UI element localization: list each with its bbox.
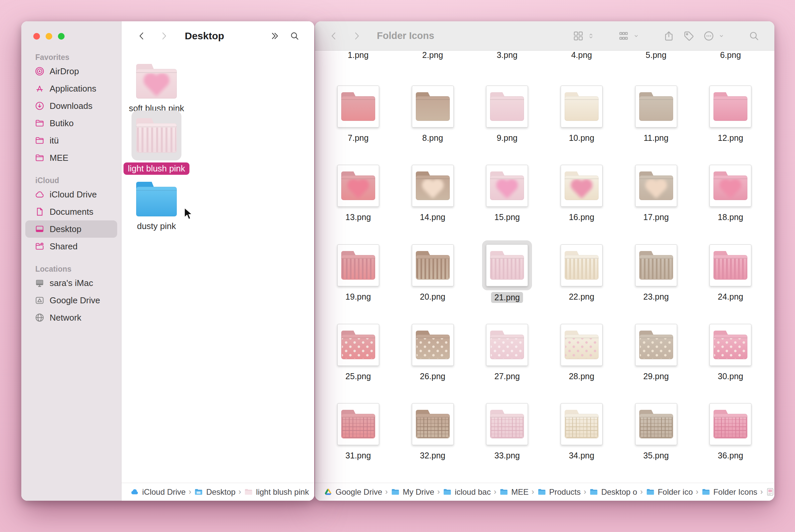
grid-item-25.png[interactable]: 25.png [321, 320, 396, 381]
breadcrumb-light-blush-pink[interactable]: light blush pink [244, 488, 309, 497]
icon-wrap [333, 399, 383, 449]
grid-item-27.png[interactable]: 27.png [470, 320, 544, 381]
grid-item-6.png[interactable]: 6.png [693, 51, 768, 61]
icon-wrap [631, 240, 681, 290]
grid-item-14.png[interactable]: 14.png [396, 161, 470, 222]
grid-item-2.png[interactable]: 2.png [396, 51, 470, 61]
desktop-item-dusty-pink[interactable]: dusty pink [123, 174, 190, 231]
grid-item-28.png[interactable]: 28.png [544, 320, 619, 381]
grid-item-15.png[interactable]: 15.png [470, 161, 544, 222]
grid-item-4.png[interactable]: 4.png [544, 51, 619, 61]
file-label: 12.png [718, 133, 743, 143]
grid-item-8.png[interactable]: 8.png [396, 81, 470, 143]
file-label: 17.png [643, 212, 668, 222]
sidebar-item-airdrop[interactable]: AirDrop [25, 62, 117, 80]
sidebar-item-icloud-drive[interactable]: iCloud Drive [25, 186, 117, 203]
tag-button[interactable] [683, 30, 695, 42]
share-button[interactable] [663, 30, 675, 42]
grid-item-9.png[interactable]: 9.png [470, 81, 544, 143]
breadcrumb-mee[interactable]: MEE [499, 488, 529, 497]
png-thumbnail [709, 324, 751, 366]
desktop-item-light-blush-pink[interactable]: light blush pink [123, 111, 190, 175]
grid-item-22.png[interactable]: 22.png [544, 240, 619, 303]
grid-item-18.png[interactable]: 18.png [693, 161, 768, 222]
grid-item-17.png[interactable]: 17.png [619, 161, 694, 222]
grid-item-34.png[interactable]: 34.png [544, 399, 619, 460]
grid-item-1.png[interactable]: 1.png [321, 51, 396, 61]
selected-icon-highlight [482, 240, 532, 290]
sidebar-item-shared[interactable]: Shared [25, 238, 117, 255]
sidebar-item-network[interactable]: Network [25, 309, 117, 326]
breadcrumb-products[interactable]: Products [537, 488, 581, 497]
grid-item-31.png[interactable]: 31.png [321, 399, 396, 460]
breadcrumb-21-png[interactable]: 21.png [766, 488, 774, 497]
breadcrumb-google-drive[interactable]: Google Drive [324, 488, 382, 497]
sidebar-item-sara-s-imac[interactable]: sara's iMac [25, 274, 117, 292]
group-by-button[interactable] [618, 30, 629, 42]
sidebar-item-google-drive[interactable]: Google Drive [25, 292, 117, 309]
back-button[interactable] [329, 31, 339, 41]
grid-item-12.png[interactable]: 12.png [693, 81, 768, 143]
breadcrumb-folder-icons[interactable]: Folder Icons [701, 488, 757, 497]
grid-item-32.png[interactable]: 32.png [396, 399, 470, 460]
grid-item-24.png[interactable]: 24.png [693, 240, 768, 303]
grid-item-21.png[interactable]: 21.png [470, 240, 544, 303]
view-as-icons-button[interactable] [573, 30, 584, 42]
sort-chevrons-icon[interactable] [587, 32, 594, 40]
sidebar-item-label: Shared [50, 241, 78, 252]
back-button[interactable] [137, 31, 147, 41]
breadcrumb-my-drive[interactable]: My Drive [391, 488, 434, 497]
png-thumbnail [337, 244, 379, 286]
png-thumbnail [635, 324, 677, 366]
sidebar-item-desktop[interactable]: Desktop [25, 221, 117, 238]
search-button[interactable] [290, 31, 300, 41]
desktop-item-soft-blush-pink[interactable]: soft blush pink [123, 57, 190, 114]
grid-item-19.png[interactable]: 19.png [321, 240, 396, 303]
cloud-blue-icon [130, 488, 139, 496]
more-actions-button[interactable] [703, 30, 715, 42]
grid-item-35.png[interactable]: 35.png [619, 399, 694, 460]
grid-item-29.png[interactable]: 29.png [619, 320, 694, 381]
grid-item-36.png[interactable]: 36.png [693, 399, 768, 460]
breadcrumb-icloud-drive[interactable]: iCloud Drive [130, 488, 186, 497]
grid-item-20.png[interactable]: 20.png [396, 240, 470, 303]
file-label: 16.png [569, 212, 594, 222]
icon-wrap [482, 399, 532, 449]
minimize-button[interactable] [45, 33, 52, 40]
png-thumbnail [486, 86, 528, 128]
sidebar-item-it-[interactable]: itü [25, 132, 117, 149]
grid-item-3.png[interactable]: 3.png [470, 51, 544, 61]
folder-icon [714, 410, 747, 438]
grid-item-10.png[interactable]: 10.png [544, 81, 619, 143]
sidebar-item-downloads[interactable]: Downloads [25, 97, 117, 115]
sidebar-item-applications[interactable]: Applications [25, 80, 117, 97]
close-button[interactable] [33, 33, 40, 40]
forward-button[interactable] [352, 31, 362, 41]
sidebar-item-butiko[interactable]: Butiko [25, 115, 117, 132]
sidebar-item-mee[interactable]: MEE [25, 149, 117, 167]
zoom-button[interactable] [58, 33, 64, 40]
sidebar-item-documents[interactable]: Documents [25, 203, 117, 221]
file-label: 29.png [643, 372, 668, 381]
grid-item-11.png[interactable]: 11.png [619, 81, 694, 143]
grid-item-23.png[interactable]: 23.png [619, 240, 694, 303]
forward-button[interactable] [159, 31, 169, 41]
grid-item-5.png[interactable]: 5.png [619, 51, 694, 61]
grid-item-7.png[interactable]: 7.png [321, 81, 396, 143]
icon-wrap [333, 320, 383, 370]
file-label: 32.png [420, 451, 445, 460]
grid-item-16.png[interactable]: 16.png [544, 161, 619, 222]
breadcrumb-desktop-o[interactable]: Desktop o [589, 488, 637, 497]
search-button[interactable] [749, 30, 760, 42]
breadcrumb-folder-ico[interactable]: Folder ico [646, 488, 693, 497]
grid-item-33.png[interactable]: 33.png [470, 399, 544, 460]
grid-item-26.png[interactable]: 26.png [396, 320, 470, 381]
breadcrumb-desktop[interactable]: Desktop [194, 488, 235, 497]
toolbar-overflow-button[interactable] [270, 31, 280, 41]
chevron-down-icon[interactable] [718, 32, 725, 40]
grid-item-13.png[interactable]: 13.png [321, 161, 396, 222]
breadcrumb-icloud-bac[interactable]: icloud bac [443, 488, 491, 497]
chevron-down-icon[interactable] [632, 32, 640, 40]
desktop-icon [35, 224, 44, 234]
grid-item-30.png[interactable]: 30.png [693, 320, 768, 381]
